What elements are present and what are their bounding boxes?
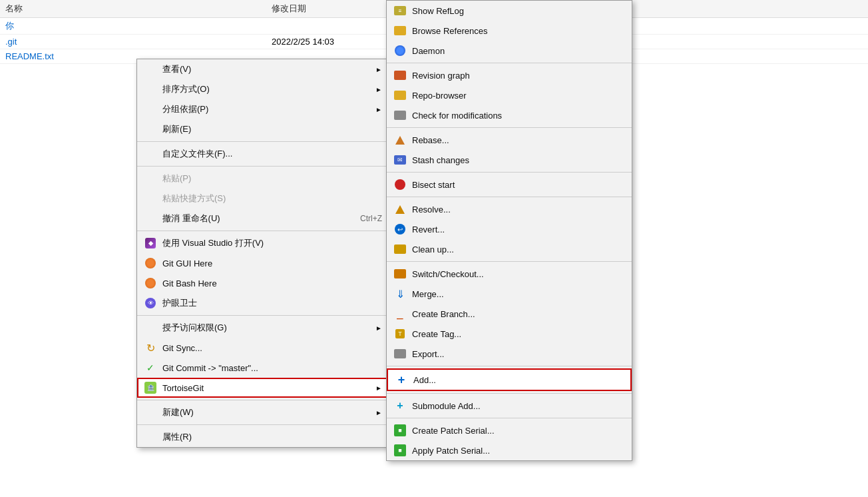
col-name[interactable]: 名称 — [0, 0, 266, 18]
bisect-icon — [395, 179, 405, 190]
submenu-arrow-icon: ► — [375, 66, 382, 73]
right-menu-item-merge[interactable]: ⇓ Merge... — [387, 284, 632, 304]
menu-icon — [393, 347, 407, 360]
right-menu-item-resolve[interactable]: Resolve... — [387, 199, 632, 219]
menu-item-label: Git GUI Here — [162, 258, 382, 268]
right-menu-item-submodule-add[interactable]: + Submodule Add... — [387, 396, 632, 416]
right-menu-item-repo-browser[interactable]: Repo-browser — [387, 85, 632, 105]
right-menu-item-switch[interactable]: Switch/Checkout... — [387, 264, 632, 284]
menu-icon — [144, 192, 157, 205]
menu-icon — [144, 172, 157, 185]
left-context-menu: 查看(V) ► 排序方式(O) ► 分组依据(P) ► 刷新(E) 自定义文件夹… — [136, 59, 389, 448]
menu-icon — [144, 321, 157, 334]
merge-icon: ⇓ — [396, 288, 405, 300]
left-menu-item-customize[interactable]: 自定义文件夹(F)... — [137, 144, 389, 164]
menu-separator — [387, 418, 632, 418]
repo-browser-icon — [394, 91, 406, 100]
menu-icon: ✓ — [144, 361, 157, 374]
left-menu-item-git-commit[interactable]: ✓ Git Commit -> "master"... — [137, 358, 389, 378]
left-menu-item-git-bash[interactable]: Git Bash Here — [137, 273, 389, 293]
submenu-arrow-icon: ► — [375, 324, 382, 332]
menu-icon — [144, 256, 157, 270]
menu-item-label: Revision graph — [412, 71, 625, 81]
cleanup-icon — [394, 245, 406, 254]
left-menu-item-tortoisegit[interactable]: 🏦 TortoiseGit ► — [137, 378, 389, 398]
menu-item-label: Check for modifications — [412, 111, 625, 121]
checkmod-icon — [394, 111, 406, 120]
menu-icon: ≡ — [393, 4, 407, 17]
menu-separator — [387, 261, 632, 262]
menu-icon: + — [395, 373, 408, 386]
left-menu-item-refresh[interactable]: 刷新(E) — [137, 119, 389, 139]
menu-icon — [393, 89, 407, 102]
menu-icon: 👁 — [144, 296, 157, 310]
menu-item-label: Merge... — [412, 289, 625, 299]
menu-item-label: Git Commit -> "master"... — [162, 363, 382, 373]
right-menu-item-create-branch[interactable]: ⎯ Create Branch... — [387, 304, 632, 324]
right-menu-item-daemon[interactable]: Daemon — [387, 41, 632, 61]
submenu-arrow-icon: ► — [375, 86, 382, 93]
left-menu-item-sort[interactable]: 排序方式(O) ► — [137, 79, 389, 99]
left-menu-item-git-sync[interactable]: ↻ Git Sync... — [137, 338, 389, 358]
left-menu-item-new[interactable]: 新建(W) ► — [137, 402, 389, 422]
tortoise-icon: 🏦 — [144, 382, 156, 394]
right-menu-item-revision-graph[interactable]: Revision graph — [387, 65, 632, 85]
right-menu-item-check-modifications[interactable]: Check for modifications — [387, 105, 632, 125]
menu-item-label: TortoiseGit — [162, 383, 370, 393]
menu-icon: ⎯ — [393, 307, 407, 320]
right-menu-item-revert[interactable]: ↩ Revert... — [387, 219, 632, 239]
menu-item-label: Apply Patch Serial... — [412, 446, 625, 456]
right-menu-item-cleanup[interactable]: Clean up... — [387, 239, 632, 259]
switch-icon — [394, 269, 406, 278]
browse-ref-icon — [394, 26, 406, 35]
left-menu-item-group[interactable]: 分组依据(P) ► — [137, 99, 389, 119]
right-menu-item-add[interactable]: + Add... — [387, 368, 632, 391]
menu-icon: + — [393, 399, 407, 412]
left-menu-item-properties[interactable]: 属性(R) — [137, 427, 389, 447]
left-menu-item-undo[interactable]: 撤消 重命名(U) Ctrl+Z — [137, 209, 389, 229]
menu-icon — [393, 178, 407, 191]
right-menu-item-export[interactable]: Export... — [387, 344, 632, 364]
menu-separator — [137, 400, 389, 400]
menu-icon: ✉ — [393, 153, 407, 167]
menu-item-label: Add... — [413, 375, 624, 385]
right-menu-item-apply-patch[interactable]: ■ Apply Patch Serial... — [387, 440, 632, 460]
menu-item-label: 排序方式(O) — [162, 83, 370, 95]
right-menu-item-stash[interactable]: ✉ Stash changes — [387, 150, 632, 170]
commit-icon: ✓ — [146, 362, 154, 373]
menu-icon: T — [393, 327, 407, 340]
reflog-icon: ≡ — [394, 6, 406, 15]
right-menu-item-create-patch[interactable]: ■ Create Patch Serial... — [387, 420, 632, 440]
file-name-you: 你 — [0, 18, 266, 35]
left-menu-item-view[interactable]: 查看(V) ► — [137, 59, 389, 79]
menu-icon — [393, 69, 407, 82]
right-context-menu: ≡ Show RefLog Browse References Daemon R… — [386, 0, 632, 461]
menu-icon — [144, 212, 157, 225]
menu-item-label: Clean up... — [412, 245, 625, 254]
branch-icon: ⎯ — [397, 308, 403, 320]
menu-separator — [137, 166, 389, 167]
menu-icon — [144, 123, 157, 136]
left-menu-item-access[interactable]: 授予访问权限(G) ► — [137, 318, 389, 338]
menu-icon — [144, 103, 157, 116]
menu-icon: ↩ — [393, 223, 407, 236]
sync-icon: ↻ — [146, 342, 155, 354]
menu-item-label: 护眼卫士 — [162, 297, 382, 309]
left-menu-item-eyeguard[interactable]: 👁 护眼卫士 — [137, 293, 389, 313]
add-icon: + — [398, 374, 405, 386]
eye-icon: 👁 — [145, 298, 156, 308]
right-menu-item-bisect[interactable]: Bisect start — [387, 175, 632, 195]
menu-item-label: Create Patch Serial... — [412, 426, 625, 436]
right-menu-item-browse-refs[interactable]: Browse References — [387, 21, 632, 41]
right-menu-item-show-reflog[interactable]: ≡ Show RefLog — [387, 1, 632, 21]
menu-icon — [144, 83, 157, 96]
left-menu-item-vs-open[interactable]: ◆ 使用 Visual Studio 打开(V) — [137, 233, 389, 253]
menu-icon — [144, 63, 157, 76]
submenu-arrow-icon: ► — [375, 106, 382, 113]
apply-patch-icon: ■ — [394, 444, 406, 456]
menu-item-label: 使用 Visual Studio 打开(V) — [162, 237, 382, 249]
menu-icon — [393, 243, 407, 256]
left-menu-item-git-gui[interactable]: Git GUI Here — [137, 253, 389, 273]
right-menu-item-rebase[interactable]: Rebase... — [387, 130, 632, 150]
right-menu-item-create-tag[interactable]: T Create Tag... — [387, 324, 632, 344]
